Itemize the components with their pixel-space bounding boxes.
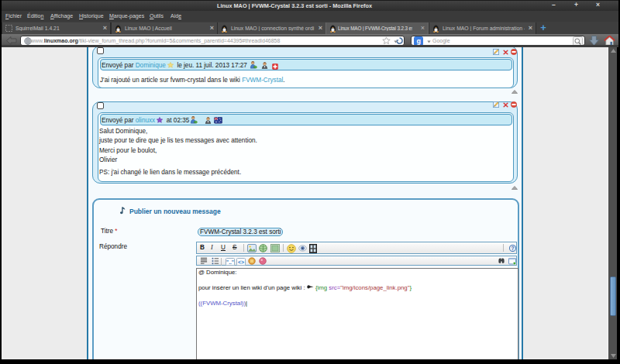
- svg-text:"..": "..": [226, 259, 234, 264]
- svg-text:<>: <>: [238, 259, 244, 264]
- svg-text:?: ?: [511, 245, 514, 250]
